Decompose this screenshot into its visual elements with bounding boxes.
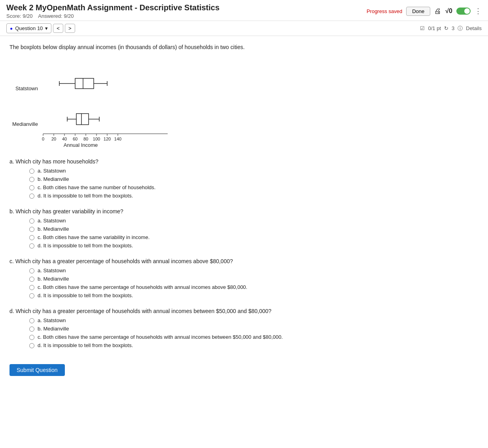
- radio-c-3[interactable]: [29, 293, 34, 298]
- done-button[interactable]: Done: [406, 7, 430, 16]
- radio-a-3[interactable]: [29, 194, 34, 199]
- question-section-d: d. Which city has a greater percentage o…: [9, 308, 479, 348]
- question-dot: ●: [10, 26, 13, 31]
- option-label-c-2: c. Both cities have the same percentage …: [38, 284, 247, 290]
- radio-d-0[interactable]: [29, 318, 34, 323]
- option-c-1: b. Medianville: [29, 276, 479, 282]
- radio-d-2[interactable]: [29, 335, 34, 340]
- question-label-c: c. Which city has a greater percentage o…: [9, 258, 479, 264]
- option-label-d-3: d. It is impossible to tell from the box…: [38, 342, 133, 348]
- radio-d-3[interactable]: [29, 343, 34, 348]
- option-label-c-0: a. Statstown: [38, 268, 66, 273]
- submit-button[interactable]: Submit Question: [9, 364, 65, 376]
- radio-b-2[interactable]: [29, 235, 34, 240]
- option-label-d-0: a. Statstown: [38, 317, 66, 323]
- radio-a-0[interactable]: [29, 169, 34, 174]
- medianville-label: Medianville: [12, 121, 38, 127]
- intro-text: The boxplots below display annual income…: [9, 44, 479, 50]
- svg-text:80: 80: [83, 137, 88, 141]
- radio-a-2[interactable]: [29, 185, 34, 190]
- option-c-3: d. It is impossible to tell from the box…: [29, 292, 479, 298]
- options-group-b: a. Statstownb. Medianvillec. Both cities…: [29, 218, 479, 249]
- radio-b-3[interactable]: [29, 243, 34, 249]
- statstown-label: Statstown: [15, 85, 38, 91]
- option-label-a-1: b. Medianville: [38, 176, 69, 182]
- radio-b-1[interactable]: [29, 227, 34, 232]
- option-a-2: c. Both cities have the same number of h…: [29, 184, 479, 190]
- option-label-a-0: a. Statstown: [38, 168, 66, 174]
- options-group-d: a. Statstownb. Medianvillec. Both cities…: [29, 317, 479, 348]
- page-title: Week 2 MyOpenMath Assignment - Descripti…: [6, 3, 219, 12]
- option-label-b-3: d. It is impossible to tell from the box…: [38, 243, 133, 249]
- retry-count: 3: [452, 25, 454, 31]
- option-label-d-1: b. Medianville: [38, 326, 69, 332]
- svg-text:140: 140: [114, 137, 121, 141]
- details-label: Details: [466, 25, 482, 31]
- option-d-1: b. Medianville: [29, 326, 479, 332]
- options-group-a: a. Statstownb. Medianvillec. Both cities…: [29, 168, 479, 199]
- radio-a-1[interactable]: [29, 177, 34, 182]
- option-a-1: b. Medianville: [29, 176, 479, 182]
- option-label-c-1: b. Medianville: [38, 276, 69, 282]
- question-section-c: c. Which city has a greater percentage o…: [9, 258, 479, 298]
- sqrt-icon[interactable]: √0: [445, 8, 452, 15]
- option-b-0: a. Statstown: [29, 218, 479, 224]
- question-section-a: a. Which city has more households?a. Sta…: [9, 158, 479, 199]
- answered-label: Answered: 9/20: [38, 13, 74, 19]
- option-d-0: a. Statstown: [29, 317, 479, 323]
- info-icon: ⓘ: [458, 25, 463, 32]
- option-b-3: d. It is impossible to tell from the box…: [29, 243, 479, 249]
- boxplot-svg: Statstown Medianville 0 20 40 60 80 100: [9, 57, 176, 148]
- question-label-d: d. Which city has a greater percentage o…: [9, 308, 479, 314]
- score-label: Score: 9/20: [6, 13, 33, 19]
- option-c-2: c. Both cities have the same percentage …: [29, 284, 479, 290]
- radio-b-0[interactable]: [29, 218, 34, 224]
- question-label-a: a. Which city has more households?: [9, 158, 479, 165]
- main-content: The boxplots below display annual income…: [0, 36, 488, 384]
- radio-c-0[interactable]: [29, 268, 34, 273]
- question-meta: ☑ 0/1 pt ↻ 3 ⓘ Details: [420, 25, 482, 32]
- option-label-a-3: d. It is impossible to tell from the box…: [38, 193, 133, 199]
- option-a-0: a. Statstown: [29, 168, 479, 174]
- radio-c-2[interactable]: [29, 285, 34, 290]
- check-icon: ☑: [420, 25, 425, 31]
- question-nav-bar: ● Question 10 ▾ < > ☑ 0/1 pt ↻ 3 ⓘ Detai…: [0, 21, 488, 36]
- x-axis-label: Annual Income: [64, 142, 98, 148]
- prev-question-button[interactable]: <: [53, 24, 63, 33]
- score-info: Score: 9/20 Answered: 9/20: [6, 13, 219, 19]
- question-selector: ● Question 10 ▾ < >: [6, 23, 75, 33]
- header-title-block: Week 2 MyOpenMath Assignment - Descripti…: [6, 3, 219, 19]
- retry-icon: ↻: [444, 25, 448, 31]
- x-axis-ticks: 0 20 40 60 80 100 120 140: [42, 134, 121, 141]
- more-options-icon[interactable]: ⋮: [475, 7, 482, 15]
- option-label-b-0: a. Statstown: [38, 218, 66, 224]
- question-dropdown[interactable]: ● Question 10 ▾: [6, 23, 51, 33]
- svg-text:60: 60: [73, 137, 78, 141]
- option-d-3: d. It is impossible to tell from the box…: [29, 342, 479, 348]
- option-label-b-2: c. Both cities have the same variability…: [38, 234, 149, 240]
- option-c-0: a. Statstown: [29, 268, 479, 273]
- dropdown-arrow-icon: ▾: [45, 25, 48, 31]
- points-label: 0/1 pt: [428, 25, 441, 31]
- header-actions: Progress saved Done 🖨 √0 ⋮: [367, 7, 482, 16]
- svg-text:120: 120: [104, 137, 111, 141]
- option-d-2: c. Both cities have the same percentage …: [29, 334, 479, 340]
- option-b-2: c. Both cities have the same variability…: [29, 234, 479, 240]
- option-label-d-2: c. Both cities have the same percentage …: [38, 334, 283, 340]
- option-b-1: b. Medianville: [29, 226, 479, 232]
- toggle-switch[interactable]: [456, 8, 471, 15]
- svg-rect-19: [75, 78, 94, 89]
- boxplot-container: Statstown Medianville 0 20 40 60 80 100: [9, 57, 479, 149]
- header: Week 2 MyOpenMath Assignment - Descripti…: [0, 0, 488, 21]
- print-icon[interactable]: 🖨: [434, 7, 441, 15]
- next-question-button[interactable]: >: [65, 24, 75, 33]
- question-label-b: b. Which city has greater variability in…: [9, 208, 479, 215]
- question-number-label: Question 10: [15, 25, 43, 31]
- svg-text:0: 0: [42, 137, 44, 141]
- svg-text:100: 100: [93, 137, 100, 141]
- questions-container: a. Which city has more households?a. Sta…: [9, 158, 479, 348]
- options-group-c: a. Statstownb. Medianvillec. Both cities…: [29, 268, 479, 298]
- radio-c-1[interactable]: [29, 277, 34, 282]
- option-label-c-3: d. It is impossible to tell from the box…: [38, 292, 133, 298]
- radio-d-1[interactable]: [29, 327, 34, 332]
